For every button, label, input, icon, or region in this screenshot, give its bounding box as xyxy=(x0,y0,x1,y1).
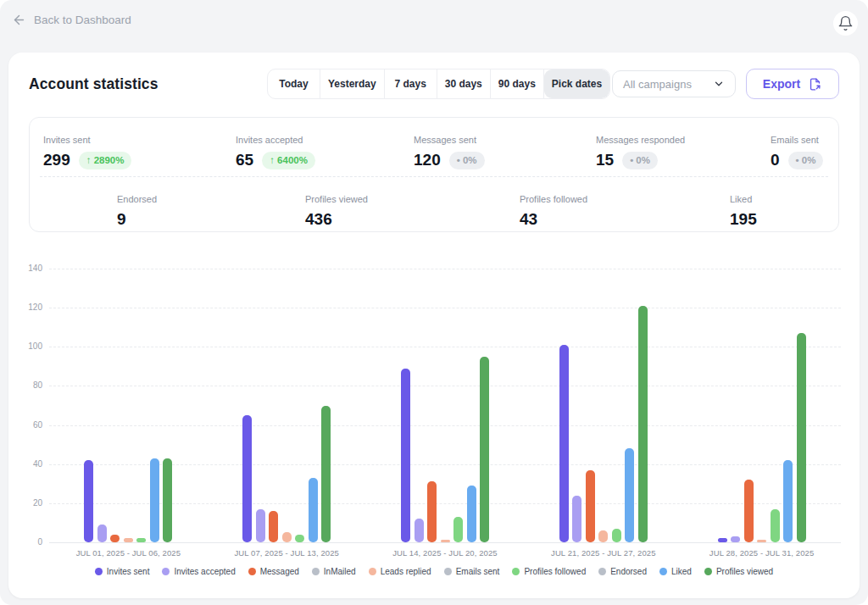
bar-profiles-followed xyxy=(453,517,463,542)
range-button-30-days[interactable]: 30 days xyxy=(437,69,491,98)
stat-value: 9 xyxy=(117,210,126,229)
bar-invites-accepted xyxy=(415,519,424,542)
legend-item-inmailed[interactable]: InMailed xyxy=(312,567,356,576)
x-axis-label: JUL 01, 2025 - JUL 06, 2025 xyxy=(76,548,181,558)
stat-profiles-followed: Profiles followed43 xyxy=(520,194,587,229)
stat-label: Profiles viewed xyxy=(305,194,368,204)
legend-dot xyxy=(444,568,452,575)
bar-profiles-followed xyxy=(612,529,621,542)
stat-delta-badge: ↑ 2890% xyxy=(79,152,132,169)
bar-invites-accepted xyxy=(256,509,265,542)
y-axis-tick: 100 xyxy=(15,341,42,351)
x-axis-label: JUL 14, 2025 - JUL 20, 2025 xyxy=(392,548,497,558)
notifications-button[interactable] xyxy=(833,11,858,36)
legend-dot xyxy=(312,568,320,575)
stat-label: Emails sent xyxy=(771,135,823,145)
y-axis-tick: 120 xyxy=(15,302,42,312)
range-button-7-days[interactable]: 7 days xyxy=(385,69,437,98)
stat-delta-badge: • 0% xyxy=(788,152,824,169)
y-axis-tick: 140 xyxy=(15,264,42,273)
legend-item-profiles-viewed[interactable]: Profiles viewed xyxy=(704,567,773,576)
range-button-90-days[interactable]: 90 days xyxy=(491,69,544,98)
stat-label: Endorsed xyxy=(117,194,157,204)
bar-profiles-viewed xyxy=(321,406,331,543)
bar-invites-sent xyxy=(559,345,569,542)
legend-item-profiles-followed[interactable]: Profiles followed xyxy=(512,567,586,576)
y-axis-tick: 0 xyxy=(15,537,42,547)
legend-item-invites-accepted[interactable]: Invites accepted xyxy=(162,567,235,576)
stat-value: 15 xyxy=(596,151,614,169)
x-axis-label: JUL 21, 2025 - JUL 27, 2025 xyxy=(551,548,655,558)
range-button-pick-dates[interactable]: Pick dates xyxy=(544,69,609,98)
x-axis-label: JUL 07, 2025 - JUL 13, 2025 xyxy=(234,548,338,558)
legend-item-leads-replied[interactable]: Leads replied xyxy=(369,567,431,576)
legend-label: Profiles followed xyxy=(524,567,586,576)
stat-label: Messages responded xyxy=(596,135,685,145)
legend-label: Leads replied xyxy=(381,567,431,576)
gridline xyxy=(49,269,841,269)
stat-label: Profiles followed xyxy=(520,194,587,204)
bar-liked xyxy=(309,478,318,542)
stat-value: 0 xyxy=(771,151,780,169)
stat-label: Invites sent xyxy=(43,135,131,145)
legend-label: Liked xyxy=(671,567,692,576)
legend-dot xyxy=(162,568,170,575)
legend-label: Emails sent xyxy=(456,567,500,576)
legend-dot xyxy=(369,568,376,575)
stats-divider xyxy=(40,176,828,177)
x-axis-label: JUL 28, 2025 - JUL 31, 2025 xyxy=(709,548,814,558)
export-label: Export xyxy=(763,77,800,91)
legend-item-emails-sent[interactable]: Emails sent xyxy=(444,567,500,576)
stat-delta-badge: • 0% xyxy=(449,152,485,169)
back-link[interactable]: Back to Dashboard xyxy=(12,13,131,27)
stat-messages-sent: Messages sent120• 0% xyxy=(414,135,485,169)
page-title: Account statistics xyxy=(29,75,159,93)
bar-invites-sent xyxy=(242,415,252,542)
bar-leads-replied xyxy=(757,540,766,542)
range-button-today[interactable]: Today xyxy=(268,69,320,98)
stat-label: Messages sent xyxy=(414,135,485,145)
stat-profiles-viewed: Profiles viewed436 xyxy=(305,194,368,229)
stat-value: 120 xyxy=(414,151,441,169)
export-button[interactable]: Export xyxy=(746,69,839,99)
stat-value: 43 xyxy=(520,210,537,229)
bar-profiles-followed xyxy=(295,535,304,542)
bar-messaged xyxy=(744,480,754,542)
bar-invites-accepted xyxy=(731,536,740,542)
bar-messaged xyxy=(110,535,120,542)
legend-dot xyxy=(95,568,103,575)
account-statistics-card: Account statistics TodayYesterday7 days3… xyxy=(8,53,860,598)
stat-delta-badge: ↑ 6400% xyxy=(262,152,315,169)
stat-value: 299 xyxy=(43,151,70,169)
bar-liked xyxy=(150,458,159,542)
legend-label: Endorsed xyxy=(610,567,647,576)
y-axis-tick: 40 xyxy=(15,459,42,469)
legend-dot xyxy=(248,568,256,575)
legend-item-messaged[interactable]: Messaged xyxy=(248,567,299,576)
bar-invites-accepted xyxy=(97,525,107,542)
campaigns-select[interactable]: All campaigns xyxy=(612,70,736,97)
app-window: Back to Dashboard Account statistics Tod… xyxy=(0,0,868,605)
y-axis-tick: 20 xyxy=(15,498,42,508)
legend-item-liked[interactable]: Liked xyxy=(659,567,692,576)
stat-liked: Liked195 xyxy=(730,194,757,229)
legend-label: Invites sent xyxy=(107,567,150,576)
bar-leads-replied xyxy=(282,532,292,542)
legend-dot xyxy=(512,568,520,575)
legend-label: InMailed xyxy=(324,567,356,576)
legend-dot xyxy=(659,568,667,575)
bar-liked xyxy=(467,486,476,542)
bar-profiles-followed xyxy=(136,538,146,542)
range-button-yesterday[interactable]: Yesterday xyxy=(320,69,385,98)
legend-dot xyxy=(598,568,606,575)
bar-profiles-viewed xyxy=(797,333,806,542)
chart-plot: 140120100806040200JUL 01, 2025 - JUL 06,… xyxy=(49,269,841,542)
legend-item-endorsed[interactable]: Endorsed xyxy=(598,567,647,576)
stat-messages-responded: Messages responded15• 0% xyxy=(596,135,685,169)
gridline xyxy=(49,308,841,308)
gridline xyxy=(49,386,841,386)
bar-leads-replied xyxy=(124,538,133,542)
legend-item-invites-sent[interactable]: Invites sent xyxy=(95,567,150,576)
chart-legend: Invites sentInvites acceptedMessagedInMa… xyxy=(8,567,860,576)
bar-invites-sent xyxy=(84,460,93,542)
